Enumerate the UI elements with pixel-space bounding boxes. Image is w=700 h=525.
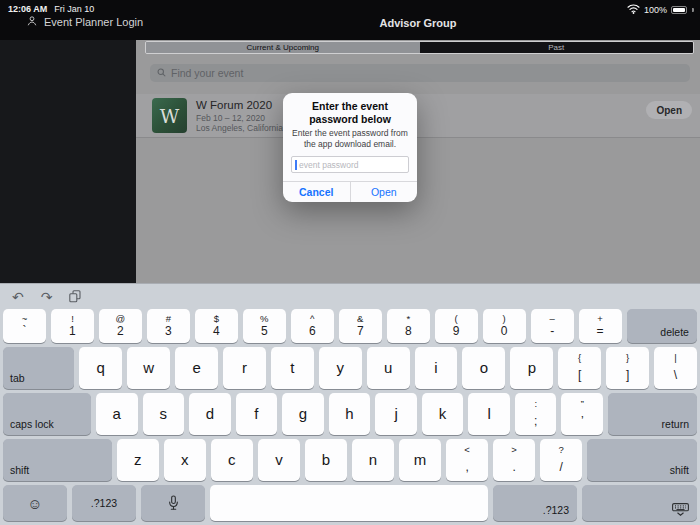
key--[interactable]: –- xyxy=(531,309,574,343)
redo-icon[interactable]: ↷ xyxy=(41,290,53,304)
key-s[interactable]: s xyxy=(143,393,185,435)
key-r[interactable]: r xyxy=(223,347,266,389)
key-m[interactable]: m xyxy=(399,439,441,481)
key-u[interactable]: u xyxy=(367,347,410,389)
space-key[interactable] xyxy=(210,485,488,521)
open-button[interactable]: Open xyxy=(351,182,418,202)
search-icon xyxy=(157,67,166,79)
cancel-button[interactable]: Cancel xyxy=(283,182,351,202)
key-/[interactable]: ?/ xyxy=(540,439,582,481)
password-placeholder: event password xyxy=(299,160,359,170)
key-`[interactable]: ~` xyxy=(3,309,46,343)
dismiss-keyboard-icon xyxy=(672,503,689,516)
key-t[interactable]: t xyxy=(271,347,314,389)
dictation-key[interactable] xyxy=(141,485,205,521)
search-input[interactable]: Find your event xyxy=(150,64,690,82)
key-,[interactable]: <, xyxy=(446,439,488,481)
key-k[interactable]: k xyxy=(422,393,464,435)
key-g[interactable]: g xyxy=(282,393,324,435)
delete-key[interactable]: delete xyxy=(627,309,697,343)
key-8[interactable]: *8 xyxy=(387,309,430,343)
key-q[interactable]: q xyxy=(79,347,122,389)
key-z[interactable]: z xyxy=(117,439,159,481)
dialog-message: Enter the event password from the app do… xyxy=(283,128,417,149)
keyboard-row: shiftzxcvbnm<,>.?/shift xyxy=(3,439,697,481)
key-0[interactable]: )0 xyxy=(483,309,526,343)
shift-key-right[interactable]: shift xyxy=(587,439,697,481)
key-;[interactable]: :; xyxy=(515,393,557,435)
password-dialog: Enter the event password below Enter the… xyxy=(283,93,417,202)
keyboard-row: caps lockasdfghjkl:;”’return xyxy=(3,393,697,435)
key-1[interactable]: !1 xyxy=(51,309,94,343)
event-thumbnail: W xyxy=(152,98,187,133)
tab-current-upcoming[interactable]: Current & Upcoming xyxy=(146,42,420,53)
numbers-key-left[interactable]: .?123 xyxy=(72,485,136,521)
key-h[interactable]: h xyxy=(329,393,371,435)
event-list-item[interactable]: W W Forum 2020 Feb 10 – 12, 2020 Los Ang… xyxy=(136,94,700,138)
key-w[interactable]: w xyxy=(127,347,170,389)
keyboard-rows: ~`!1@2#3$4%5^6&7*8(9)0–-+=deletetabqwert… xyxy=(3,309,697,521)
search-placeholder: Find your event xyxy=(171,67,243,79)
status-date: Fri Jan 10 xyxy=(54,4,94,14)
key-l[interactable]: l xyxy=(468,393,510,435)
key-6[interactable]: ^6 xyxy=(291,309,334,343)
wifi-icon xyxy=(627,4,640,16)
caps-lock-key[interactable]: caps lock xyxy=(3,393,91,435)
page-title: Advisor Group xyxy=(379,17,456,29)
emoji-icon: ☺ xyxy=(27,496,42,511)
key-y[interactable]: y xyxy=(319,347,362,389)
text-cursor xyxy=(295,160,297,170)
key-i[interactable]: i xyxy=(415,347,458,389)
tab-past[interactable]: Past xyxy=(420,42,694,53)
key-e[interactable]: e xyxy=(175,347,218,389)
key-3[interactable]: #3 xyxy=(147,309,190,343)
keyboard-row: ☺.?123.?123 xyxy=(3,485,697,521)
key-p[interactable]: p xyxy=(510,347,553,389)
onscreen-keyboard: ↶ ↷ ~`!1@2#3$4%5^6&7*8(9)0–-+=deletetabq… xyxy=(0,283,700,525)
status-bar-right: 100% xyxy=(627,4,694,16)
key-.[interactable]: >. xyxy=(493,439,535,481)
key-a[interactable]: a xyxy=(96,393,138,435)
key-4[interactable]: $4 xyxy=(195,309,238,343)
paste-icon[interactable] xyxy=(69,290,81,305)
numbers-key-right[interactable]: .?123 xyxy=(493,485,577,521)
key-=[interactable]: += xyxy=(579,309,622,343)
battery-tip xyxy=(692,8,694,12)
event-thumbnail-letter: W xyxy=(160,105,180,127)
key-\[interactable]: |\ xyxy=(654,347,697,389)
tab-key[interactable]: tab xyxy=(3,347,74,389)
key-c[interactable]: c xyxy=(211,439,253,481)
key-n[interactable]: n xyxy=(352,439,394,481)
keyboard-toolbar: ↶ ↷ xyxy=(12,287,81,307)
password-input[interactable]: event password xyxy=(291,156,409,173)
key-o[interactable]: o xyxy=(462,347,505,389)
key-d[interactable]: d xyxy=(189,393,231,435)
mic-icon xyxy=(168,495,179,511)
event-open-button[interactable]: Open xyxy=(646,101,692,119)
key-x[interactable]: x xyxy=(164,439,206,481)
shift-key-left[interactable]: shift xyxy=(3,439,112,481)
key-9[interactable]: (9 xyxy=(435,309,478,343)
event-location: Los Angeles, California, Unit xyxy=(196,123,284,133)
key-7[interactable]: &7 xyxy=(339,309,382,343)
keyboard-row: tabqwertyuiop{[}]|\ xyxy=(3,347,697,389)
dialog-buttons: Cancel Open xyxy=(283,181,417,202)
event-planner-login-button[interactable]: Event Planner Login xyxy=(26,15,143,29)
key-f[interactable]: f xyxy=(236,393,278,435)
key-][interactable]: }] xyxy=(606,347,649,389)
key-’[interactable]: ”’ xyxy=(561,393,603,435)
battery-icon xyxy=(671,6,687,14)
dismiss-keyboard-key[interactable] xyxy=(582,485,697,521)
return-key[interactable]: return xyxy=(608,393,697,435)
key-[[interactable]: {[ xyxy=(558,347,601,389)
key-2[interactable]: @2 xyxy=(99,309,142,343)
key-v[interactable]: v xyxy=(258,439,300,481)
keyboard-row: ~`!1@2#3$4%5^6&7*8(9)0–-+=delete xyxy=(3,309,697,343)
dialog-title: Enter the event password below xyxy=(283,100,417,125)
undo-icon[interactable]: ↶ xyxy=(12,290,24,304)
emoji-key[interactable]: ☺ xyxy=(3,485,67,521)
key-b[interactable]: b xyxy=(305,439,347,481)
key-5[interactable]: %5 xyxy=(243,309,286,343)
event-list-panel: Current & Upcoming Past Find your event … xyxy=(136,40,700,283)
key-j[interactable]: j xyxy=(375,393,417,435)
